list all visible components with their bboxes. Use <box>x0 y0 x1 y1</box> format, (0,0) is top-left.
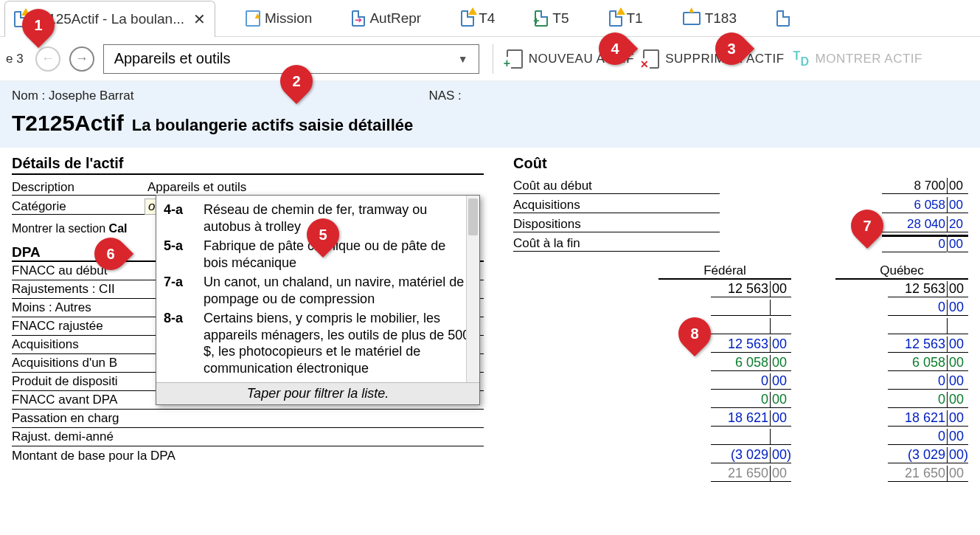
info-band: Nom : Josephe Barrat NAS : T2125Actif La… <box>0 81 980 148</box>
amount[interactable]: 6 05800 <box>711 355 791 371</box>
tab-t4[interactable]: T4 <box>451 0 504 36</box>
delete-doc-icon <box>643 49 659 69</box>
doc-icon: ➔ <box>352 10 365 27</box>
amount-row: 000 <box>513 298 968 317</box>
category-label: Catégorie <box>12 199 145 215</box>
amount[interactable]: 12 56300 <box>711 281 791 297</box>
separator <box>493 44 493 74</box>
envelope-icon <box>683 12 701 25</box>
dropdown-footer: Taper pour filtrer la liste. <box>156 382 479 404</box>
tab-label: T4 <box>479 10 495 27</box>
amount[interactable]: 28 04020 <box>882 216 968 232</box>
button-label: MONTRER ACTIF <box>816 52 922 66</box>
nom-field: Nom : Josephe Barrat <box>12 89 133 103</box>
show-asset-button[interactable]: MONTRER ACTIF <box>793 49 922 69</box>
plus-doc-icon <box>507 49 523 69</box>
tab-label: T5 <box>552 10 569 27</box>
amount[interactable]: (3 02900) <box>711 447 791 463</box>
description-value[interactable]: Appareils et outils <box>145 180 410 196</box>
page-indicator: e 3 <box>6 52 24 66</box>
tab-t183[interactable]: T183 <box>673 0 746 36</box>
dpa-row: Rajust. demi-anné <box>12 428 484 446</box>
cost-label: Coût à la fin <box>513 236 720 252</box>
amount-row: 000000 <box>513 372 968 390</box>
delete-asset-button[interactable]: SUPPRIMER ACTIF <box>643 49 784 69</box>
amount[interactable]: 12 56300 <box>888 336 968 353</box>
doc-plus-icon: + <box>535 10 548 27</box>
scrollbar[interactable] <box>466 196 479 382</box>
dpa-row: Montant de base pour la DPA <box>12 446 484 465</box>
amount[interactable]: 000 <box>888 373 968 390</box>
amount-row: 6 058006 05800 <box>513 353 968 372</box>
td-icon <box>793 49 810 69</box>
details-section-head: Détails de l'actif <box>12 155 484 175</box>
amount[interactable]: 6 05800 <box>888 355 968 371</box>
amount-row: 000000 <box>513 390 968 409</box>
description-label: Description <box>12 180 145 196</box>
federal-header: Fédéral <box>658 263 791 280</box>
amount[interactable]: 8 70000 <box>882 178 968 194</box>
cost-block: Coût au début 8 70000 Acquisitions 6 058… <box>513 176 968 253</box>
dropdown-option[interactable]: 7-aUn canot, un chaland, un navire, maté… <box>164 272 473 308</box>
tab-mission[interactable]: Mission <box>236 0 322 36</box>
tab-label: Mission <box>265 10 312 27</box>
amount[interactable]: 6 05800 <box>882 197 968 213</box>
amount-row <box>513 317 968 335</box>
amount-row: 18 6210018 62100 <box>513 409 968 427</box>
amount[interactable]: 000 <box>711 392 791 408</box>
amount-row: 000 <box>513 427 968 446</box>
mission-icon <box>246 10 260 27</box>
amount[interactable]: 000 <box>888 429 968 445</box>
amount[interactable]: 21 65000 <box>888 466 968 482</box>
doc-icon <box>776 10 790 27</box>
tabs-bar: T2125Actif - La boulan... ✕ Mission ➔ Au… <box>0 0 980 37</box>
doc-icon <box>461 10 474 27</box>
asset-select-value: Appareils et outils <box>114 50 231 67</box>
amount[interactable]: 12 56300 <box>888 281 968 297</box>
tab-t1[interactable]: T1 <box>600 0 653 36</box>
amount[interactable]: 12 56300 <box>711 336 791 353</box>
tab-label: T1 <box>627 10 643 27</box>
cost-label: Acquisitions <box>513 198 720 213</box>
amount-row: 12 5630012 56300 <box>513 280 968 298</box>
scrollbar-thumb[interactable] <box>468 199 478 235</box>
quebec-header: Québec <box>835 263 968 280</box>
amount-grid: 12 5630012 56300 000 12 5630012 563006 0… <box>513 280 968 483</box>
amount-row: (3 02900)(3 02900) <box>513 446 968 464</box>
cost-label: Dispositions <box>513 217 720 232</box>
chevron-down-icon: ▼ <box>458 53 468 65</box>
amount[interactable]: 18 62100 <box>711 410 791 427</box>
tab-autrepr[interactable]: ➔ AutRepr <box>342 0 431 36</box>
amount-row: 12 5630012 56300 <box>513 335 968 353</box>
doc-icon <box>609 10 622 27</box>
amount[interactable]: 000 <box>888 392 968 408</box>
dropdown-option[interactable]: 8-aCertains biens, y compris le mobilier… <box>164 308 473 378</box>
amount[interactable]: 000 <box>888 300 968 316</box>
nas-field: NAS : <box>428 89 461 103</box>
amount[interactable]: (3 02900) <box>888 447 968 463</box>
cost-label: Coût au début <box>513 179 720 194</box>
page-title: T2125Actif La boulangerie actifs saisie … <box>12 111 968 136</box>
amount[interactable]: 18 62100 <box>888 410 968 427</box>
column-headers: Fédéral Québec <box>513 263 968 280</box>
nav-forward-button[interactable]: → <box>69 46 94 72</box>
amount[interactable]: 21 65000 <box>711 466 791 482</box>
tab-label: T183 <box>705 10 737 27</box>
amount-row: 21 6500021 65000 <box>513 464 968 483</box>
close-icon[interactable]: ✕ <box>193 10 206 28</box>
dpa-row: Passation en charg <box>12 410 484 428</box>
cost-section-head: Coût <box>513 155 968 173</box>
nav-back-button[interactable]: ← <box>35 46 60 72</box>
tab-extra[interactable] <box>767 0 790 36</box>
tab-t5[interactable]: + T5 <box>525 0 578 36</box>
amount[interactable]: 000 <box>882 235 968 252</box>
tab-label: AutRepr <box>369 10 421 27</box>
toolbar: e 3 ← → Appareils et outils ▼ NOUVEAU AC… <box>0 37 980 81</box>
amount[interactable]: 000 <box>711 373 791 390</box>
